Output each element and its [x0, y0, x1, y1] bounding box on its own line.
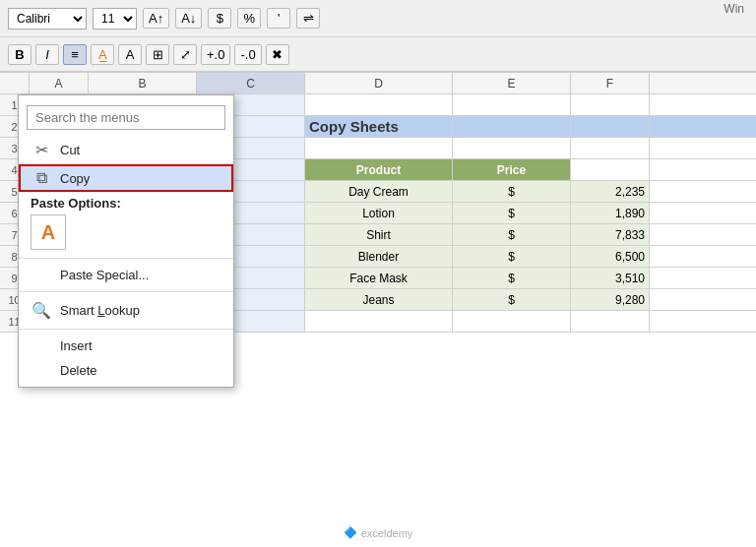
cell-d1[interactable] — [305, 94, 453, 115]
toolbar-top: Calibri 11 A↑ A↓ $ % ' ⇌ Win — [0, 0, 756, 37]
watermark-icon: 🔷 — [344, 526, 357, 539]
cell-d3[interactable] — [305, 138, 453, 158]
menu-separator-2 — [19, 291, 233, 292]
menu-search-input[interactable] — [27, 105, 225, 130]
dollar-button[interactable]: $ — [208, 8, 231, 29]
percent-button[interactable]: % — [237, 8, 261, 29]
cell-f9-price[interactable]: 3,510 — [571, 268, 650, 288]
cell-d11[interactable] — [305, 311, 453, 332]
paste-options-label: Paste Options: — [31, 196, 221, 211]
cell-d9-facemask[interactable]: Face Mask — [305, 268, 453, 288]
copy-icon: ⧉ — [31, 169, 52, 187]
decrease-decimal-button[interactable]: -.0 — [234, 44, 261, 65]
cut-label: Cut — [60, 143, 80, 157]
col-header-f[interactable]: F — [571, 73, 650, 93]
cell-e9-dollar[interactable]: $ — [453, 268, 571, 288]
cell-d10-jeans[interactable]: Jeans — [305, 289, 453, 310]
cell-f8-price[interactable]: 6,500 — [571, 246, 650, 267]
paste-icon-a-button[interactable]: A — [31, 214, 66, 250]
cell-f7-price[interactable]: 7,833 — [571, 224, 650, 245]
cell-f4[interactable] — [571, 159, 650, 180]
window-label: Win — [724, 2, 744, 16]
paste-a-icon: A — [41, 221, 55, 244]
toolbar-bottom: B I ≡ A̲ A ⊞ ⤢ +.0 -.0 ✖ — [0, 37, 756, 73]
copy-label: Copy — [60, 171, 90, 186]
menu-separator-1 — [19, 258, 233, 259]
fill-color-button[interactable]: A̲ — [91, 44, 114, 65]
font-size-select[interactable]: 11 — [93, 8, 137, 30]
bold-button[interactable]: B — [8, 44, 32, 65]
paste-icon-row: A — [31, 214, 221, 250]
context-menu: ✂ Cut ⧉ Copy Paste Options: A Paste Spec… — [18, 94, 234, 388]
menu-item-paste-special[interactable]: Paste Special... — [19, 263, 233, 287]
menu-item-delete[interactable]: Delete — [19, 358, 233, 383]
col-header-b[interactable]: B — [89, 73, 197, 93]
col-header-d[interactable]: D — [305, 73, 453, 93]
menu-item-cut[interactable]: ✂ Cut — [19, 136, 233, 164]
cell-e11[interactable] — [453, 311, 571, 332]
menu-item-insert[interactable]: Insert — [19, 334, 233, 358]
cell-e1[interactable] — [453, 94, 571, 115]
insert-label: Insert — [60, 338, 93, 353]
smart-lookup-label: Smart Lookup — [60, 303, 140, 318]
col-header-c[interactable]: C — [197, 73, 305, 93]
watermark-text: exceldemy — [361, 527, 413, 539]
menu-item-copy[interactable]: ⧉ Copy — [19, 164, 233, 192]
borders-button[interactable]: ⊞ — [146, 44, 169, 65]
cell-f5-price[interactable]: 2,235 — [571, 181, 650, 202]
font-grow-button[interactable]: A↑ — [143, 8, 169, 29]
menu-item-smart-lookup[interactable]: 🔍 Smart Lookup — [19, 296, 233, 325]
spreadsheet: A B C D E F 1 2 Copy Sheets — [0, 73, 756, 547]
col-header-e[interactable]: E — [453, 73, 571, 93]
clear-button[interactable]: ✖ — [266, 44, 289, 65]
cell-f11[interactable] — [571, 311, 650, 332]
cell-d7-shirt[interactable]: Shirt — [305, 224, 453, 245]
paste-special-label: Paste Special... — [60, 268, 149, 282]
watermark: 🔷 exceldemy — [344, 526, 413, 539]
col-header-a[interactable]: A — [30, 73, 89, 93]
cell-d5-daycream[interactable]: Day Cream — [305, 181, 453, 202]
merge-button[interactable]: ⤢ — [173, 44, 197, 65]
cell-e8-dollar[interactable]: $ — [453, 246, 571, 267]
italic-button[interactable]: I — [35, 44, 59, 65]
cell-f1[interactable] — [571, 94, 650, 115]
align-button[interactable]: ≡ — [63, 44, 87, 65]
delete-label: Delete — [60, 363, 97, 378]
smart-lookup-icon: 🔍 — [31, 301, 52, 320]
cell-e2[interactable] — [453, 116, 571, 137]
paste-options-section: Paste Options: A — [19, 192, 233, 254]
font-shrink-button[interactable]: A↓ — [175, 8, 202, 29]
cut-icon: ✂ — [31, 141, 52, 159]
cell-e7-dollar[interactable]: $ — [453, 224, 571, 245]
cell-e6-dollar[interactable]: $ — [453, 203, 571, 223]
cell-f6-price[interactable]: 1,890 — [571, 203, 650, 223]
cell-d8-blender[interactable]: Blender — [305, 246, 453, 267]
increase-decimal-button[interactable]: +.0 — [201, 44, 230, 65]
cell-f2[interactable] — [571, 116, 650, 137]
cell-f3[interactable] — [571, 138, 650, 158]
column-headers: A B C D E F — [0, 73, 756, 94]
wrap-text-button[interactable]: ⇌ — [296, 8, 320, 29]
cell-e4-price-header[interactable]: Price — [453, 159, 571, 180]
corner-cell — [0, 73, 30, 93]
cell-d4-product-header[interactable]: Product — [305, 159, 453, 180]
cell-d2[interactable]: Copy Sheets — [305, 116, 453, 137]
cell-d6-lotion[interactable]: Lotion — [305, 203, 453, 223]
menu-separator-3 — [19, 329, 233, 330]
comma-button[interactable]: ' — [267, 8, 290, 29]
font-color-button[interactable]: A — [118, 44, 142, 65]
cell-e3[interactable] — [453, 138, 571, 158]
cell-e5-dollar[interactable]: $ — [453, 181, 571, 202]
cell-e10-dollar[interactable]: $ — [453, 289, 571, 310]
cell-f10-price[interactable]: 9,280 — [571, 289, 650, 310]
font-family-select[interactable]: Calibri — [8, 8, 87, 30]
